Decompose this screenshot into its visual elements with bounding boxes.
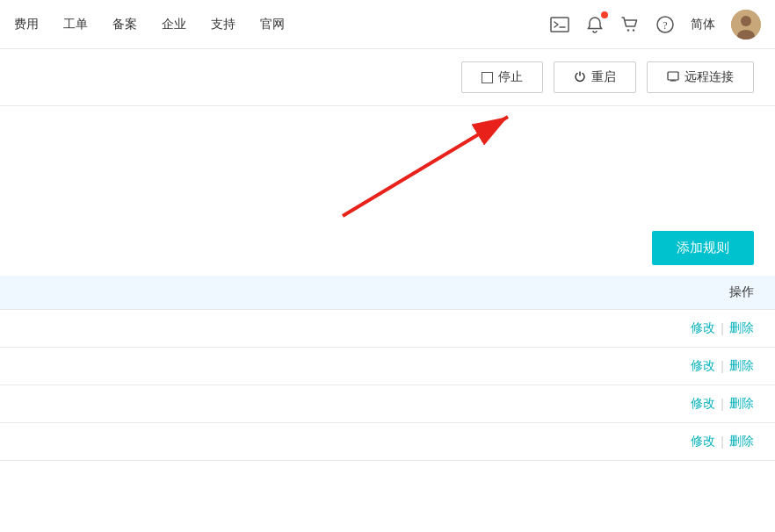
restart-button[interactable]: 重启 [554, 61, 636, 93]
nav-item-support[interactable]: 支持 [211, 17, 235, 32]
nav-item-beian[interactable]: 备案 [112, 17, 137, 32]
separator-3: | [721, 397, 724, 411]
bell-icon-btn[interactable] [585, 15, 605, 34]
top-nav: 费用 工单 备案 企业 支持 官网 [0, 0, 775, 49]
action-bar: 停止 重启 远程连接 [0, 49, 775, 106]
svg-rect-0 [551, 18, 569, 32]
nav-icons: ? 简体 [550, 10, 761, 40]
modify-link-3[interactable]: 修改 [691, 396, 715, 412]
modify-link-2[interactable]: 修改 [691, 358, 715, 374]
svg-point-7 [741, 16, 751, 26]
table-row: 修改 | 删除 [0, 423, 775, 461]
row-actions: 修改 | 删除 [648, 434, 754, 449]
arrow-svg [0, 106, 775, 220]
add-rule-button[interactable]: 添加规则 [652, 231, 754, 265]
row-actions: 修改 | 删除 [648, 396, 754, 412]
separator-2: | [721, 359, 724, 373]
separator-4: | [721, 435, 724, 449]
table-row: 修改 | 删除 [0, 385, 775, 423]
row-actions: 修改 | 删除 [648, 320, 754, 336]
cart-icon [620, 15, 640, 34]
delete-link-2[interactable]: 删除 [729, 358, 754, 374]
svg-line-13 [343, 117, 508, 216]
table-row: 修改 | 删除 [0, 310, 775, 348]
notification-badge [601, 11, 608, 18]
nav-item-official[interactable]: 官网 [260, 17, 285, 32]
language-selector[interactable]: 简体 [691, 17, 715, 32]
delete-link-1[interactable]: 删除 [729, 320, 754, 336]
separator-1: | [721, 321, 724, 335]
table-row: 修改 | 删除 [0, 348, 775, 385]
rules-table: 操作 修改 | 删除 修改 | 删除 修改 | 删除 修改 | 删 [0, 276, 775, 461]
svg-text:?: ? [663, 18, 667, 31]
remote-icon [667, 70, 679, 85]
arrow-area [0, 106, 775, 220]
table-header: 操作 [0, 276, 775, 310]
help-icon: ? [655, 15, 675, 34]
avatar-image [731, 10, 761, 40]
stop-icon [482, 72, 493, 83]
modify-link-4[interactable]: 修改 [691, 434, 715, 449]
terminal-icon-btn[interactable] [550, 15, 569, 34]
table-col-action: 操作 [648, 284, 754, 300]
content-header: 添加规则 [0, 220, 775, 276]
user-avatar[interactable] [731, 10, 761, 40]
cart-icon-btn[interactable] [620, 15, 640, 34]
terminal-icon [550, 15, 569, 34]
svg-point-2 [627, 29, 629, 31]
stop-button[interactable]: 停止 [461, 61, 543, 93]
power-icon [574, 70, 586, 85]
svg-point-3 [633, 29, 634, 31]
svg-rect-9 [668, 72, 678, 80]
delete-link-3[interactable]: 删除 [729, 396, 754, 412]
nav-item-fees[interactable]: 费用 [14, 17, 39, 32]
remote-connect-button[interactable]: 远程连接 [647, 61, 754, 93]
row-actions: 修改 | 删除 [648, 358, 754, 374]
help-icon-btn[interactable]: ? [655, 15, 675, 34]
delete-link-4[interactable]: 删除 [729, 434, 754, 449]
modify-link-1[interactable]: 修改 [691, 320, 715, 336]
nav-item-enterprise[interactable]: 企业 [162, 17, 186, 32]
nav-item-ticket[interactable]: 工单 [63, 17, 88, 32]
